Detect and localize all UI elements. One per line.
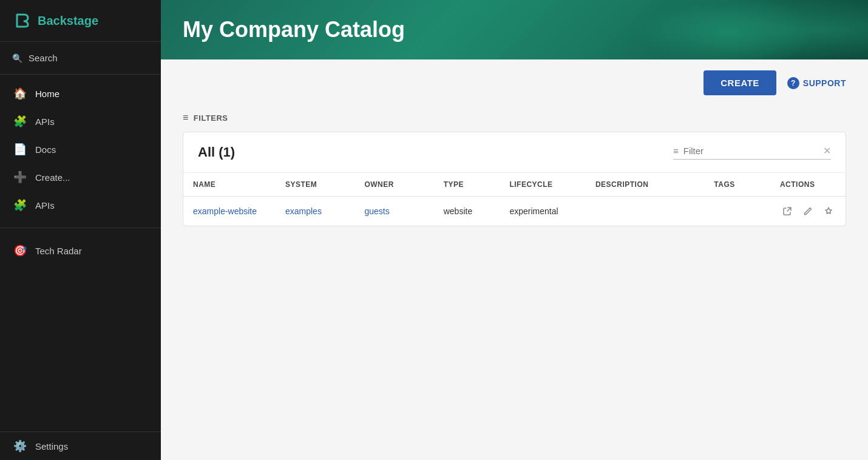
apis-icon: 🧩 — [13, 115, 27, 128]
cell-system: examples — [276, 197, 354, 226]
col-header-actions: ACTIONS — [770, 173, 846, 197]
sidebar-item-tech-radar-label: Tech Radar — [35, 246, 82, 256]
table-header-row: NAME SYSTEM OWNER TYPE LIFECYCLE DESCRIP… — [183, 173, 846, 197]
table-thead: NAME SYSTEM OWNER TYPE LIFECYCLE DESCRIP… — [183, 173, 846, 197]
support-icon: ? — [787, 77, 799, 89]
cell-name: example-website — [183, 197, 276, 226]
cell-type: website — [434, 197, 500, 226]
col-header-lifecycle: LIFECYCLE — [500, 173, 585, 197]
backstage-logo-icon — [12, 11, 32, 30]
sidebar-item-create[interactable]: ➕ Create... — [0, 163, 161, 191]
create-icon: ➕ — [13, 171, 27, 184]
name-link[interactable]: example-website — [193, 206, 257, 216]
page-title: My Company Catalog — [183, 17, 405, 42]
owner-link[interactable]: guests — [364, 206, 389, 216]
sidebar-item-tech-radar[interactable]: 🎯 Tech Radar — [0, 237, 161, 265]
table-header: All (1) ≡ ✕ — [183, 132, 846, 173]
actions-group — [780, 205, 836, 217]
sidebar-item-create-label: Create... — [35, 172, 70, 183]
docs-icon: 📄 — [13, 143, 27, 156]
sidebar-mid-nav: 🎯 Tech Radar — [0, 232, 161, 269]
filter-input[interactable] — [683, 146, 805, 156]
sidebar-logo[interactable]: Backstage — [0, 0, 161, 42]
col-header-name: NAME — [183, 173, 276, 197]
table-card: All (1) ≡ ✕ NAME SYSTEM OWNER TYPE LIFEC… — [183, 132, 846, 226]
filters-bar[interactable]: ≡ FILTERS — [183, 106, 846, 132]
sidebar-top-nav: 🏠 Home 🧩 APIs 📄 Docs ➕ Create... 🧩 APIs — [0, 75, 161, 224]
filter-input-wrap: ≡ ✕ — [673, 145, 831, 160]
support-link[interactable]: ? SUPPORT — [787, 77, 846, 89]
sidebar-item-home-label: Home — [35, 89, 59, 99]
cell-tags — [704, 197, 770, 226]
sidebar-item-settings[interactable]: ⚙️ Settings — [0, 432, 161, 460]
filters-icon: ≡ — [183, 112, 189, 123]
col-header-owner: OWNER — [354, 173, 433, 197]
sidebar-item-apis2[interactable]: 🧩 APIs — [0, 191, 161, 219]
tech-radar-icon: 🎯 — [13, 244, 27, 257]
header-banner: My Company Catalog — [161, 0, 868, 59]
sidebar-item-apis[interactable]: 🧩 APIs — [0, 107, 161, 135]
sidebar-item-home[interactable]: 🏠 Home — [0, 79, 161, 107]
table-title: All (1) — [198, 144, 235, 160]
sidebar-item-settings-label: Settings — [35, 441, 68, 452]
sidebar-item-docs-label: Docs — [35, 144, 56, 155]
sidebar-logo-text: Backstage — [38, 14, 98, 28]
sidebar-item-apis-label: APIs — [35, 117, 55, 127]
system-link[interactable]: examples — [285, 206, 322, 216]
sidebar-bottom-nav: ⚙️ Settings — [0, 431, 161, 460]
support-label: SUPPORT — [803, 78, 846, 88]
settings-icon: ⚙️ — [13, 439, 27, 453]
toolbar: CREATE ? SUPPORT — [161, 59, 868, 106]
table-body: example-website examples guests website … — [183, 197, 846, 226]
create-button[interactable]: CREATE — [704, 70, 776, 95]
sidebar: Backstage 🔍 Search 🏠 Home 🧩 APIs 📄 Docs … — [0, 0, 161, 460]
sidebar-search[interactable]: 🔍 Search — [0, 42, 161, 75]
star-button[interactable] — [821, 205, 836, 217]
main-content: My Company Catalog CREATE ? SUPPORT ≡ FI… — [161, 0, 868, 460]
apis2-icon: 🧩 — [13, 198, 27, 212]
cell-owner: guests — [354, 197, 433, 226]
edit-button[interactable] — [801, 205, 815, 217]
sidebar-item-apis2-label: APIs — [35, 200, 55, 211]
filter-clear-button[interactable]: ✕ — [823, 145, 831, 157]
cell-actions — [770, 197, 846, 226]
filter-input-icon: ≡ — [673, 146, 679, 156]
catalog-table: NAME SYSTEM OWNER TYPE LIFECYCLE DESCRIP… — [183, 173, 846, 226]
search-icon: 🔍 — [12, 53, 22, 63]
col-header-system: SYSTEM — [276, 173, 354, 197]
table-row: example-website examples guests website … — [183, 197, 846, 226]
cell-lifecycle: experimental — [500, 197, 585, 226]
external-link-icon — [782, 206, 792, 216]
search-label: Search — [29, 53, 58, 63]
col-header-type: TYPE — [434, 173, 500, 197]
content-area: ≡ FILTERS All (1) ≡ ✕ NAME SYSTEM — [161, 106, 868, 460]
sidebar-divider-top — [0, 228, 161, 228]
sidebar-item-docs[interactable]: 📄 Docs — [0, 135, 161, 163]
edit-icon — [803, 206, 813, 216]
star-icon — [824, 206, 833, 216]
open-external-button[interactable] — [780, 205, 795, 217]
cell-description — [586, 197, 704, 226]
filters-label: FILTERS — [194, 113, 228, 123]
home-icon: 🏠 — [13, 87, 27, 100]
col-header-description: DESCRIPTION — [586, 173, 704, 197]
col-header-tags: TAGS — [704, 173, 770, 197]
